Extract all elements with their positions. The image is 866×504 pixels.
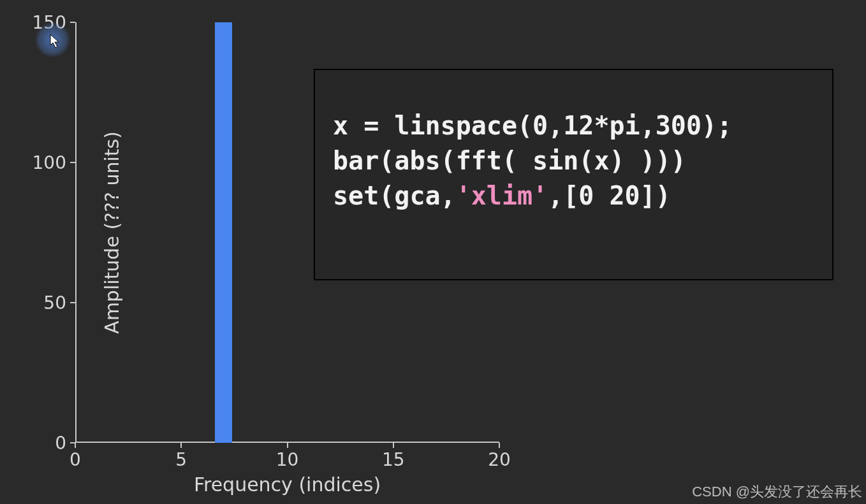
x-tick — [287, 443, 288, 448]
x-tick-label: 20 — [488, 449, 511, 470]
watermark-text: CSDN @头发没了还会再长 — [692, 482, 862, 501]
code-string-literal: 'xlim' — [456, 181, 548, 210]
bar — [215, 22, 232, 443]
x-tick-label: 5 — [175, 449, 187, 470]
code-line-3a: set(gca, — [333, 181, 456, 210]
y-tick-label: 50 — [43, 292, 66, 313]
x-tick — [499, 443, 500, 448]
y-tick — [70, 442, 75, 443]
x-tick-label: 10 — [276, 449, 299, 470]
code-line-3b: ,[0 20]) — [548, 181, 671, 210]
code-line-2: bar(abs(fft( sin(x) ))) — [333, 146, 686, 175]
y-axis-line — [75, 22, 77, 443]
cursor-icon — [50, 34, 61, 49]
y-tick — [70, 22, 75, 23]
y-tick-label: 150 — [33, 12, 66, 33]
y-tick — [70, 162, 75, 163]
y-tick — [70, 302, 75, 303]
code-overlay: x = linspace(0,12*pi,300); bar(abs(fft( … — [314, 69, 833, 280]
code-line-1: x = linspace(0,12*pi,300); — [333, 111, 732, 140]
x-tick-label: 0 — [70, 449, 81, 470]
y-tick-label: 100 — [33, 152, 66, 173]
chart-stage: Frequency (indices) Amplitude (??? units… — [0, 0, 866, 504]
x-tick — [75, 443, 76, 448]
y-axis-label: Amplitude (??? units) — [101, 131, 123, 334]
x-axis-label: Frequency (indices) — [194, 473, 381, 496]
x-tick — [180, 443, 182, 448]
x-tick-label: 15 — [382, 449, 405, 470]
code-text: x = linspace(0,12*pi,300); bar(abs(fft( … — [333, 108, 816, 213]
x-tick — [393, 443, 394, 448]
y-tick-label: 0 — [55, 433, 66, 454]
